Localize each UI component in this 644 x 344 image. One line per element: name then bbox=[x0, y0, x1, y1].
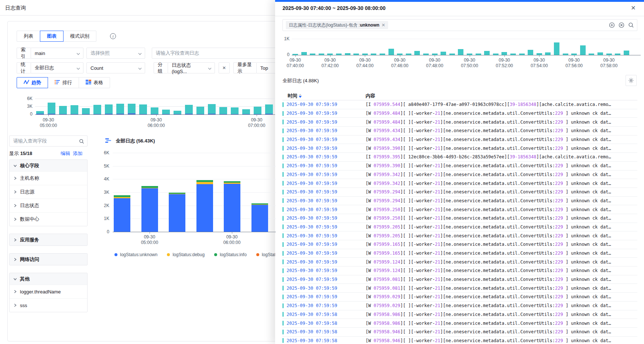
field-item-日志源[interactable]: 日志源 bbox=[10, 185, 87, 199]
field-item-数据中心[interactable]: 数据中心 bbox=[10, 212, 87, 226]
field-item-日志状态[interactable]: 日志状态 bbox=[10, 199, 87, 212]
log-row[interactable]: 2025-09-30 07:59:59[W 075959.390][ ][-wo… bbox=[282, 162, 637, 171]
log-row[interactable]: 2025-09-30 07:59:59[W 075959.250][ ][-wo… bbox=[282, 205, 637, 214]
log-row[interactable]: 2025-09-30 07:59:59[W 075959.124][ ][-wo… bbox=[282, 266, 637, 275]
field-search-input[interactable]: 请输入查询字段 bbox=[9, 135, 88, 147]
log-row[interactable]: 2025-09-30 07:59:59[W 075959.434][ ][-wo… bbox=[282, 135, 637, 144]
log-row[interactable]: 2025-09-30 07:59:59[W 075959.029][ ][-wo… bbox=[282, 293, 637, 302]
drawer-filter-bar[interactable]: 日志属性-日志状态(logStatus)-包含 :unknown ✕ bbox=[282, 19, 637, 31]
field-group-网络访问[interactable]: 网络访问 bbox=[10, 254, 87, 265]
log-content: [W 075959.205][ ][-worker-21][ne.oneserv… bbox=[366, 233, 637, 238]
log-time: 2025-09-30 07:59:58 bbox=[287, 338, 366, 343]
log-row[interactable]: 2025-09-30 07:59:59[W 075959.081][ ][-wo… bbox=[282, 275, 637, 284]
tab-pattern[interactable]: 模式识别 bbox=[63, 31, 96, 42]
index-label: 索引 bbox=[17, 48, 31, 59]
log-time: 2025-09-30 07:59:58 bbox=[287, 329, 366, 334]
log-content: [W 075959.124][ ][-worker-21][ne.oneserv… bbox=[366, 259, 637, 265]
log-row[interactable]: 2025-09-30 07:59:59[W 075959.081][ ][-wo… bbox=[282, 284, 637, 293]
log-level-marker bbox=[282, 137, 284, 142]
search-icon[interactable] bbox=[628, 22, 634, 28]
log-row[interactable]: 2025-09-30 07:59:59[W 075959.250][ ][-wo… bbox=[282, 214, 637, 223]
index-select[interactable]: main bbox=[31, 48, 83, 59]
log-row[interactable]: 2025-09-30 07:59:58[W 075958.986][ ][-wo… bbox=[282, 310, 637, 319]
log-row[interactable]: 2025-09-30 07:59:58[W 075958.946][ ][-wo… bbox=[282, 328, 637, 337]
log-content: [W 075959.165][ ][-worker-21][ne.oneserv… bbox=[366, 251, 637, 256]
ranking-view-button[interactable]: 排行 bbox=[48, 77, 79, 88]
time-column-header[interactable]: 时间 bbox=[282, 93, 366, 99]
log-level-marker bbox=[282, 120, 284, 124]
log-row[interactable]: 2025-09-30 07:59:59[W 075959.484][ ][-wo… bbox=[282, 109, 637, 118]
log-row[interactable]: 2025-09-30 07:59:59[W 075959.124][ ][-wo… bbox=[282, 258, 637, 266]
legend-item[interactable]: logStatus:info bbox=[214, 252, 247, 257]
log-row[interactable]: 2025-09-30 07:59:59[W 075959.484][ ][-wo… bbox=[282, 118, 637, 127]
add-field-link[interactable]: 添加 bbox=[73, 151, 82, 156]
log-content: [W 075959.434][ ][-worker-21][ne.oneserv… bbox=[366, 128, 637, 133]
table-view-button[interactable]: 表格 bbox=[79, 77, 110, 88]
log-row[interactable]: 2025-09-30 07:59:59[W 075959.294][ ][-wo… bbox=[282, 188, 637, 197]
filter-tag-close-icon[interactable]: ✕ bbox=[381, 23, 385, 28]
snapshot-select[interactable]: 选择快照 bbox=[86, 48, 145, 59]
settings-button[interactable] bbox=[626, 75, 637, 86]
log-row[interactable]: 2025-09-30 07:59:59[W 075959.165][ ][-wo… bbox=[282, 249, 637, 258]
log-row[interactable]: 2025-09-30 07:59:59[W 075959.342][ ][-wo… bbox=[282, 179, 637, 188]
field-item-sss[interactable]: sss bbox=[10, 298, 87, 312]
log-time: 2025-09-30 07:59:59 bbox=[287, 233, 366, 238]
legend-item[interactable]: logStatus:unknown bbox=[114, 252, 157, 257]
sort-icon[interactable] bbox=[299, 94, 302, 98]
log-row[interactable]: 2025-09-30 07:59:58[W 075958.946][ ][-wo… bbox=[282, 337, 637, 344]
log-content: [W 075959.484][ ][-worker-21][ne.oneserv… bbox=[366, 111, 637, 116]
log-content: [W 075959.342][ ][-worker-21][ne.oneserv… bbox=[366, 172, 637, 177]
log-row[interactable]: 2025-09-30 07:59:58[W 075958.986][ ][-wo… bbox=[282, 319, 637, 328]
stat-select[interactable]: 全部日志 bbox=[31, 62, 83, 73]
group-select[interactable]: 日志状态(logS... bbox=[168, 62, 215, 73]
clear-filters-icon[interactable] bbox=[619, 22, 624, 28]
field-group-应用服务[interactable]: 应用服务 bbox=[10, 234, 87, 245]
top-label: 最多显示 bbox=[233, 62, 256, 73]
chart-legend: logStatus:unknownlogStatus:debuglogStatu… bbox=[114, 252, 291, 257]
trend-view-button[interactable]: 趋势 bbox=[17, 77, 48, 88]
log-row[interactable]: 2025-09-30 07:59:59[W 075959.294][ ][-wo… bbox=[282, 197, 637, 206]
log-content: [W 075958.986][ ][-worker-21][ne.oneserv… bbox=[366, 321, 637, 326]
field-group-核心字段[interactable]: 核心字段 bbox=[10, 160, 87, 171]
log-time: 2025-09-30 07:59:59 bbox=[287, 146, 366, 151]
log-level-marker bbox=[282, 277, 284, 282]
legend-item[interactable]: logStatus:debug bbox=[167, 252, 205, 257]
chevron-down-icon bbox=[138, 67, 142, 70]
log-time: 2025-09-30 07:59:59 bbox=[287, 181, 366, 186]
filter-tag[interactable]: 日志属性-日志状态(logStatus)-包含 :unknown ✕ bbox=[286, 21, 388, 29]
log-level-marker bbox=[282, 111, 284, 116]
log-row[interactable]: 2025-09-30 07:59:59[W 075959.029][ ][-wo… bbox=[282, 302, 637, 310]
log-row[interactable]: 2025-09-30 07:59:59[I 075959.395][ 12ec8… bbox=[282, 153, 637, 162]
chart-list-icon bbox=[105, 138, 111, 143]
edit-fields-link[interactable]: 编辑 bbox=[61, 151, 70, 156]
add-filter-icon[interactable] bbox=[609, 22, 615, 28]
log-row[interactable]: 2025-09-30 07:59:59[W 075959.434][ ][-wo… bbox=[282, 127, 637, 135]
close-icon[interactable]: ✕ bbox=[630, 5, 637, 11]
log-row[interactable]: 2025-09-30 07:59:59[W 075959.342][ ][-wo… bbox=[282, 171, 637, 179]
field-item-主机名称[interactable]: 主机名称 bbox=[10, 171, 87, 185]
log-time: 2025-09-30 07:59:59 bbox=[287, 102, 366, 107]
log-row[interactable]: 2025-09-30 07:59:59[W 075959.390][ ][-wo… bbox=[282, 144, 637, 153]
log-row[interactable]: 2025-09-30 07:59:59[W 075959.165][ ][-wo… bbox=[282, 240, 637, 249]
log-row[interactable]: 2025-09-30 07:59:59[W 075959.205][ ][-wo… bbox=[282, 223, 637, 232]
field-item-logger.threadName[interactable]: logger.threadName bbox=[10, 285, 87, 298]
log-level-marker bbox=[282, 242, 284, 247]
log-row[interactable]: 2025-09-30 07:59:59[I 075959.544][ a840e… bbox=[282, 100, 637, 109]
log-content: [W 075959.390][ ][-worker-21][ne.oneserv… bbox=[366, 146, 637, 151]
info-icon[interactable]: i bbox=[110, 33, 116, 39]
log-level-marker bbox=[282, 181, 284, 186]
chart-type-buttons: 趋势排行表格 bbox=[17, 77, 110, 88]
aggregation-select[interactable]: Count bbox=[86, 62, 145, 73]
stat-label: 统计 bbox=[17, 62, 31, 73]
log-content: [W 075959.029][ ][-worker-21][ne.oneserv… bbox=[366, 303, 637, 308]
drawer-accent-bar bbox=[275, 0, 644, 2]
tab-list[interactable]: 列表 bbox=[17, 31, 40, 42]
remove-group-button[interactable]: ✕ bbox=[219, 62, 230, 73]
field-group-其他[interactable]: 其他 bbox=[10, 273, 87, 285]
tab-chart[interactable]: 图表 bbox=[40, 31, 64, 42]
log-row[interactable]: 2025-09-30 07:59:59[W 075959.205][ ][-wo… bbox=[282, 231, 637, 240]
log-level-marker bbox=[282, 216, 284, 221]
gear-icon bbox=[628, 78, 634, 83]
chevron-down-icon bbox=[76, 67, 80, 70]
drawer-time-range-title: 2025-09-30 07:40:00 ~ 2025-09-30 08:00:0… bbox=[282, 5, 386, 11]
